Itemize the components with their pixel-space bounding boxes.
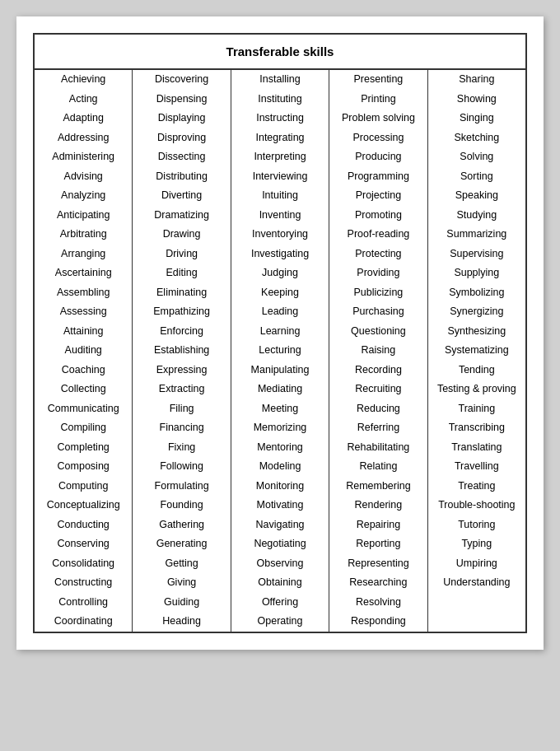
list-item: Constructing — [35, 573, 132, 593]
list-item: Monitoring — [231, 477, 329, 497]
list-item: Reporting — [329, 534, 427, 554]
list-item: Operating — [231, 612, 329, 632]
list-item: Eliminating — [133, 283, 230, 303]
list-item: Manipulating — [231, 361, 329, 380]
list-item: Rendering — [329, 496, 427, 515]
list-item: Guiding — [133, 593, 230, 613]
list-item: Transcribing — [428, 418, 525, 438]
list-item: Editing — [133, 264, 230, 283]
list-item: Offering — [231, 593, 329, 613]
list-item: Synergizing — [428, 302, 525, 322]
list-item: Summarizing — [428, 225, 525, 245]
list-item: Typing — [428, 534, 525, 554]
list-item: Conserving — [35, 534, 132, 554]
list-item: Assessing — [35, 302, 132, 322]
list-item: Providing — [329, 264, 427, 283]
page: Transferable skills AchievingActingAdapt… — [16, 16, 544, 650]
list-item: Coordinating — [35, 612, 132, 632]
list-item: Mentoring — [231, 438, 329, 458]
list-item: Singing — [428, 109, 525, 128]
list-item: Drawing — [133, 225, 230, 245]
list-item: Sharing — [428, 70, 525, 90]
column-1: AchievingActingAdaptingAddressingAdminis… — [35, 70, 133, 632]
list-item: Purchasing — [329, 302, 427, 322]
list-item: Intuiting — [231, 186, 329, 206]
list-item: Extracting — [133, 380, 230, 399]
list-item: Motivating — [231, 496, 329, 515]
list-item: Representing — [329, 554, 427, 574]
list-item: Tutoring — [428, 515, 525, 535]
list-item: Heading — [133, 612, 230, 632]
list-item: Fixing — [133, 438, 230, 458]
list-item: Resolving — [329, 593, 427, 613]
list-item: Observing — [231, 554, 329, 574]
list-item: Supplying — [428, 264, 525, 283]
list-item: Conceptualizing — [35, 496, 132, 515]
list-item: Speaking — [428, 186, 525, 206]
list-item: Promoting — [329, 206, 427, 226]
list-item: Publicizing — [329, 283, 427, 303]
list-item: Following — [133, 457, 230, 477]
list-item: Communicating — [35, 399, 132, 419]
list-item: Analyzing — [35, 186, 132, 206]
list-item: Controlling — [35, 593, 132, 613]
list-item: Advising — [35, 167, 132, 187]
list-item: Inventing — [231, 206, 329, 226]
list-item: Modeling — [231, 457, 329, 477]
list-item: Sorting — [428, 167, 525, 187]
list-item: Dissecting — [133, 147, 230, 167]
list-item: Investigating — [231, 245, 329, 264]
list-item: Dramatizing — [133, 206, 230, 226]
list-item: Instituting — [231, 90, 329, 110]
list-item: Tending — [428, 361, 525, 380]
list-item: Problem solving — [329, 109, 427, 128]
list-item: Compiling — [35, 418, 132, 438]
list-item: Establishing — [133, 341, 230, 361]
list-item: Judging — [231, 264, 329, 283]
list-item: Referring — [329, 418, 427, 438]
list-item: Reducing — [329, 399, 427, 419]
list-item: Keeping — [231, 283, 329, 303]
list-item: Treating — [428, 477, 525, 497]
list-item: Auditing — [35, 341, 132, 361]
list-item: Printing — [329, 90, 427, 110]
list-item: Arranging — [35, 245, 132, 264]
list-item: Travelling — [428, 457, 525, 477]
list-item: Diverting — [133, 186, 230, 206]
list-item: Learning — [231, 322, 329, 342]
list-item: Recruiting — [329, 380, 427, 399]
column-4: PresentingPrintingProblem solvingProcess… — [329, 70, 427, 632]
list-item: Expressing — [133, 361, 230, 380]
list-item: Recording — [329, 361, 427, 380]
list-item: Empathizing — [133, 302, 230, 322]
list-item: Lecturing — [231, 341, 329, 361]
column-5: SharingShowingSingingSketchingSolvingSor… — [428, 70, 525, 632]
list-item: Assembling — [35, 283, 132, 303]
table-body: AchievingActingAdaptingAddressingAdminis… — [35, 70, 525, 632]
list-item: Protecting — [329, 245, 427, 264]
list-item: Showing — [428, 90, 525, 110]
list-item: Discovering — [133, 70, 230, 90]
list-item: Researching — [329, 573, 427, 593]
column-3: InstallingInstitutingInstructingIntegrat… — [231, 70, 329, 632]
list-item: Navigating — [231, 515, 329, 535]
list-item: Programming — [329, 167, 427, 187]
list-item: Interpreting — [231, 147, 329, 167]
list-item: Symbolizing — [428, 283, 525, 303]
list-item: Composing — [35, 457, 132, 477]
list-item: Integrating — [231, 128, 329, 148]
list-item: Sketching — [428, 128, 525, 148]
list-item: Synthesizing — [428, 322, 525, 342]
list-item: Rehabilitating — [329, 438, 427, 458]
list-item: Installing — [231, 70, 329, 90]
list-item: Attaining — [35, 322, 132, 342]
list-item: Completing — [35, 438, 132, 458]
list-item: Acting — [35, 90, 132, 110]
list-item: Translating — [428, 438, 525, 458]
table-title: Transferable skills — [35, 35, 525, 70]
list-item: Distributing — [133, 167, 230, 187]
list-item: Achieving — [35, 70, 132, 90]
list-item: Questioning — [329, 322, 427, 342]
list-item: Ascertaining — [35, 264, 132, 283]
list-item: Giving — [133, 573, 230, 593]
